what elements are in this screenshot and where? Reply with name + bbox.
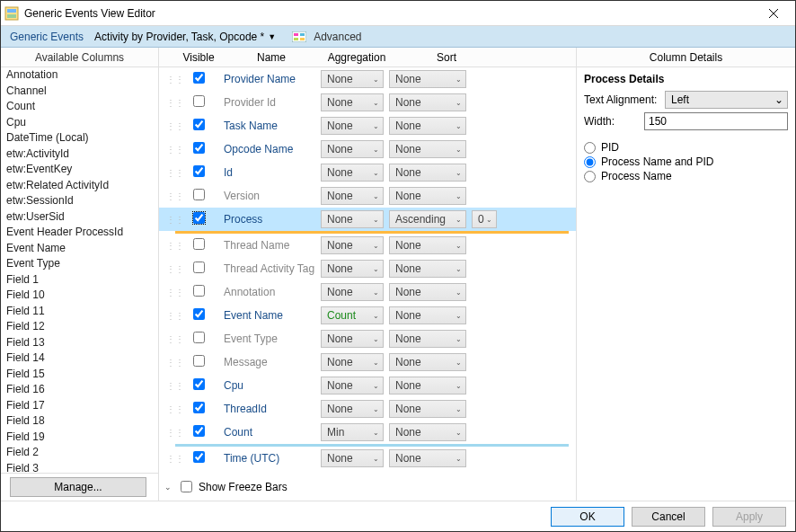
sort-combo[interactable]: None⌄ (389, 187, 466, 205)
available-column-item[interactable]: etw:ActivityId (4, 146, 158, 163)
grid-row[interactable]: ⋮⋮Event TypeNone⌄None⌄ (159, 327, 576, 350)
sort-combo[interactable]: None⌄ (389, 306, 466, 324)
aggregation-combo[interactable]: None⌄ (321, 93, 384, 111)
grid-row[interactable]: ⋮⋮CountMin⌄None⌄ (159, 421, 576, 444)
available-column-item[interactable]: etw:EventKey (4, 162, 158, 178)
available-column-item[interactable]: Field 19 (4, 430, 158, 446)
radio-pid[interactable] (584, 142, 596, 154)
drag-handle-icon[interactable]: ⋮⋮ (166, 358, 175, 368)
available-column-item[interactable]: Field 2 (4, 445, 158, 461)
drag-handle-icon[interactable]: ⋮⋮ (166, 191, 175, 201)
header-sort[interactable]: Sort (393, 51, 500, 64)
visible-checkbox[interactable] (193, 425, 205, 437)
aggregation-combo[interactable]: None⌄ (321, 70, 384, 88)
visible-checkbox[interactable] (193, 285, 205, 297)
preset-link[interactable]: Generic Events (6, 29, 87, 45)
available-column-item[interactable]: Channel (4, 84, 158, 100)
aggregation-combo[interactable]: None⌄ (321, 353, 384, 371)
available-column-item[interactable]: Count (4, 99, 158, 115)
header-visible[interactable]: Visible (175, 51, 222, 64)
activity-dropdown[interactable]: Activity by Provider, Task, Opcode * ▼ (91, 29, 279, 45)
available-column-item[interactable]: etw:Related ActivityId (4, 178, 158, 194)
grid-row[interactable]: ⋮⋮Event NameCount⌄None⌄ (159, 304, 576, 327)
available-column-item[interactable]: DateTime (Local) (4, 130, 158, 146)
sort-combo[interactable]: None⌄ (389, 353, 466, 371)
sort-combo[interactable]: None⌄ (389, 164, 466, 182)
sort-combo[interactable]: None⌄ (389, 117, 466, 135)
sort-combo[interactable]: None⌄ (389, 377, 466, 395)
header-aggregation[interactable]: Aggregation (321, 51, 393, 64)
visible-checkbox[interactable] (193, 189, 205, 200)
drag-handle-icon[interactable]: ⋮⋮ (166, 168, 175, 178)
grid-row[interactable]: ⋮⋮ThreadIdNone⌄None⌄ (159, 397, 576, 421)
drag-handle-icon[interactable]: ⋮⋮ (166, 311, 175, 321)
grid-row[interactable]: ⋮⋮IdNone⌄None⌄ (159, 161, 576, 184)
aggregation-combo[interactable]: None⌄ (321, 117, 384, 135)
visible-checkbox[interactable] (193, 308, 205, 320)
aggregation-combo[interactable]: None⌄ (321, 164, 384, 182)
available-column-item[interactable]: Field 12 (4, 319, 158, 335)
available-column-item[interactable]: Field 18 (4, 413, 158, 430)
available-column-item[interactable]: Field 15 (4, 367, 158, 383)
drag-handle-icon[interactable]: ⋮⋮ (166, 288, 175, 297)
available-column-item[interactable]: Event Name (4, 241, 158, 257)
available-column-item[interactable]: Field 3 (4, 461, 158, 474)
header-name[interactable]: Name (222, 51, 321, 64)
available-column-item[interactable]: Field 17 (4, 398, 158, 414)
radio-namepid[interactable] (584, 156, 596, 168)
sort-combo[interactable]: None⌄ (389, 283, 466, 301)
visible-checkbox[interactable] (193, 451, 205, 463)
available-column-item[interactable]: etw:UserSid (4, 209, 158, 226)
grid-row[interactable]: ⋮⋮MessageNone⌄None⌄ (159, 350, 576, 374)
drag-handle-icon[interactable]: ⋮⋮ (166, 241, 175, 251)
available-column-item[interactable]: Cpu (4, 115, 158, 131)
aggregation-combo[interactable]: Count⌄ (321, 306, 384, 324)
grid-row[interactable]: ⋮⋮Provider IdNone⌄None⌄ (159, 91, 576, 114)
radio-namepid-row[interactable]: Process Name and PID (584, 155, 788, 168)
sort-combo[interactable]: None⌄ (389, 330, 466, 348)
drag-handle-icon[interactable]: ⋮⋮ (166, 145, 175, 155)
drag-handle-icon[interactable]: ⋮⋮ (166, 264, 175, 274)
available-column-item[interactable]: Field 13 (4, 335, 158, 351)
sort-combo[interactable]: None⌄ (389, 93, 466, 111)
grid-row[interactable]: ⋮⋮Provider NameNone⌄None⌄ (159, 67, 576, 91)
sort-combo[interactable]: None⌄ (389, 449, 466, 467)
available-column-item[interactable]: Event Header ProcessId (4, 225, 158, 241)
available-column-item[interactable]: Field 1 (4, 272, 158, 288)
available-columns-list[interactable]: AnnotationChannelCountCpuDateTime (Local… (1, 67, 158, 473)
aggregation-combo[interactable]: None⌄ (321, 377, 384, 395)
grid-row[interactable]: ⋮⋮Time (UTC)None⌄None⌄ (159, 447, 576, 470)
expander-icon[interactable]: ⌄ (163, 482, 173, 492)
drag-handle-icon[interactable]: ⋮⋮ (166, 428, 175, 438)
drag-handle-icon[interactable]: ⋮⋮ (166, 381, 175, 391)
manage-button[interactable]: Manage... (10, 477, 146, 497)
visible-checkbox[interactable] (193, 119, 205, 130)
radio-pid-row[interactable]: PID (584, 141, 788, 154)
sort-combo[interactable]: None⌄ (389, 140, 466, 158)
grid-row[interactable]: ⋮⋮AnnotationNone⌄None⌄ (159, 280, 576, 304)
available-column-item[interactable]: Field 16 (4, 382, 158, 398)
visible-checkbox[interactable] (193, 262, 205, 273)
drag-handle-icon[interactable]: ⋮⋮ (166, 454, 175, 464)
visible-checkbox[interactable] (193, 72, 205, 84)
visible-checkbox[interactable] (193, 142, 205, 154)
width-input[interactable] (644, 112, 788, 130)
grid-row[interactable]: ⋮⋮Task NameNone⌄None⌄ (159, 114, 576, 137)
available-column-item[interactable]: Field 14 (4, 350, 158, 367)
grid-body[interactable]: ⋮⋮Provider NameNone⌄None⌄⋮⋮Provider IdNo… (159, 67, 576, 476)
visible-checkbox[interactable] (193, 165, 205, 177)
visible-checkbox[interactable] (193, 212, 205, 224)
sort-combo[interactable]: None⌄ (389, 423, 466, 441)
available-column-item[interactable]: Annotation (4, 67, 158, 84)
aggregation-combo[interactable]: None⌄ (321, 140, 384, 158)
sort-combo[interactable]: Ascending⌄ (389, 210, 466, 228)
sort-combo[interactable]: None⌄ (389, 400, 466, 418)
drag-handle-icon[interactable]: ⋮⋮ (166, 75, 175, 84)
aggregation-combo[interactable]: None⌄ (321, 283, 384, 301)
aggregation-combo[interactable]: Min⌄ (321, 423, 384, 441)
available-column-item[interactable]: Field 11 (4, 304, 158, 320)
visible-checkbox[interactable] (193, 95, 205, 107)
sort-combo[interactable]: None⌄ (389, 236, 466, 254)
aggregation-combo[interactable]: None⌄ (321, 236, 384, 254)
radio-name-row[interactable]: Process Name (584, 170, 788, 182)
